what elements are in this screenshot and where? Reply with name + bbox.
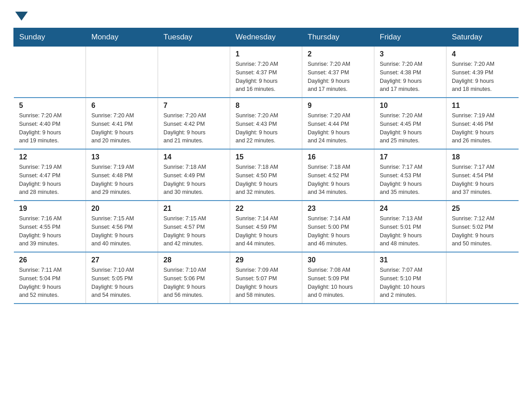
weekday-header: Thursday: [302, 28, 374, 47]
calendar-cell: 4Sunrise: 7:20 AM Sunset: 4:39 PM Daylig…: [446, 47, 519, 98]
calendar-header-row: SundayMondayTuesdayWednesdayThursdayFrid…: [14, 28, 519, 47]
day-info: Sunrise: 7:19 AM Sunset: 4:46 PM Dayligh…: [452, 111, 513, 145]
day-info: Sunrise: 7:18 AM Sunset: 4:52 PM Dayligh…: [308, 163, 369, 197]
day-number: 2: [308, 50, 369, 58]
calendar-cell: 11Sunrise: 7:19 AM Sunset: 4:46 PM Dayli…: [446, 98, 519, 149]
day-info: Sunrise: 7:11 AM Sunset: 5:04 PM Dayligh…: [19, 266, 81, 300]
day-info: Sunrise: 7:14 AM Sunset: 5:00 PM Dayligh…: [308, 214, 369, 248]
day-info: Sunrise: 7:13 AM Sunset: 5:01 PM Dayligh…: [380, 214, 441, 248]
weekday-header: Monday: [86, 28, 158, 47]
calendar-cell: [158, 47, 230, 98]
day-info: Sunrise: 7:16 AM Sunset: 4:55 PM Dayligh…: [19, 214, 81, 248]
day-info: Sunrise: 7:20 AM Sunset: 4:42 PM Dayligh…: [163, 111, 224, 145]
day-number: 6: [91, 102, 152, 110]
calendar-cell: 29Sunrise: 7:09 AM Sunset: 5:07 PM Dayli…: [230, 252, 302, 304]
day-info: Sunrise: 7:17 AM Sunset: 4:54 PM Dayligh…: [452, 163, 513, 197]
day-info: Sunrise: 7:08 AM Sunset: 5:09 PM Dayligh…: [308, 266, 369, 300]
calendar-cell: [86, 47, 158, 98]
calendar-cell: 2Sunrise: 7:20 AM Sunset: 4:37 PM Daylig…: [302, 47, 374, 98]
calendar-cell: 21Sunrise: 7:15 AM Sunset: 4:57 PM Dayli…: [158, 201, 230, 252]
day-info: Sunrise: 7:19 AM Sunset: 4:47 PM Dayligh…: [19, 163, 81, 197]
day-info: Sunrise: 7:20 AM Sunset: 4:37 PM Dayligh…: [308, 60, 369, 94]
calendar-week-row: 5Sunrise: 7:20 AM Sunset: 4:40 PM Daylig…: [14, 98, 519, 149]
day-info: Sunrise: 7:10 AM Sunset: 5:06 PM Dayligh…: [163, 266, 224, 300]
calendar-cell: [14, 47, 86, 98]
logo: [13, 9, 28, 21]
calendar-cell: 27Sunrise: 7:10 AM Sunset: 5:05 PM Dayli…: [86, 252, 158, 304]
day-number: 30: [308, 256, 369, 264]
day-number: 11: [452, 102, 513, 110]
day-info: Sunrise: 7:20 AM Sunset: 4:44 PM Dayligh…: [308, 111, 369, 145]
calendar-cell: 13Sunrise: 7:19 AM Sunset: 4:48 PM Dayli…: [86, 149, 158, 201]
day-info: Sunrise: 7:20 AM Sunset: 4:38 PM Dayligh…: [380, 60, 441, 94]
day-number: 5: [19, 102, 81, 110]
weekday-header: Sunday: [14, 28, 86, 47]
page-header: [13, 9, 519, 21]
weekday-header: Wednesday: [230, 28, 302, 47]
calendar-cell: 30Sunrise: 7:08 AM Sunset: 5:09 PM Dayli…: [302, 252, 374, 304]
day-number: 29: [236, 256, 296, 264]
day-number: 13: [91, 153, 152, 161]
weekday-header: Tuesday: [158, 28, 230, 47]
day-info: Sunrise: 7:17 AM Sunset: 4:53 PM Dayligh…: [380, 163, 441, 197]
calendar-cell: 12Sunrise: 7:19 AM Sunset: 4:47 PM Dayli…: [14, 149, 86, 201]
calendar-cell: 25Sunrise: 7:12 AM Sunset: 5:02 PM Dayli…: [446, 201, 519, 252]
day-info: Sunrise: 7:10 AM Sunset: 5:05 PM Dayligh…: [91, 266, 152, 300]
calendar-cell: 18Sunrise: 7:17 AM Sunset: 4:54 PM Dayli…: [446, 149, 519, 201]
day-number: 7: [163, 102, 224, 110]
day-number: 23: [308, 205, 369, 213]
day-info: Sunrise: 7:18 AM Sunset: 4:49 PM Dayligh…: [163, 163, 224, 197]
day-number: 9: [308, 102, 369, 110]
day-info: Sunrise: 7:07 AM Sunset: 5:10 PM Dayligh…: [380, 266, 441, 300]
day-number: 24: [380, 205, 441, 213]
day-number: 28: [163, 256, 224, 264]
day-info: Sunrise: 7:20 AM Sunset: 4:41 PM Dayligh…: [91, 111, 152, 145]
day-info: Sunrise: 7:20 AM Sunset: 4:40 PM Dayligh…: [19, 111, 81, 145]
calendar-cell: 3Sunrise: 7:20 AM Sunset: 4:38 PM Daylig…: [374, 47, 446, 98]
day-number: 31: [380, 256, 441, 264]
day-number: 8: [236, 102, 296, 110]
calendar-cell: 16Sunrise: 7:18 AM Sunset: 4:52 PM Dayli…: [302, 149, 374, 201]
logo-triangle-icon: [15, 12, 28, 21]
calendar-cell: 15Sunrise: 7:18 AM Sunset: 4:50 PM Dayli…: [230, 149, 302, 201]
day-number: 1: [236, 50, 296, 58]
day-number: 25: [452, 205, 513, 213]
day-info: Sunrise: 7:20 AM Sunset: 4:37 PM Dayligh…: [236, 60, 296, 94]
calendar-cell: 28Sunrise: 7:10 AM Sunset: 5:06 PM Dayli…: [158, 252, 230, 304]
day-info: Sunrise: 7:20 AM Sunset: 4:39 PM Dayligh…: [452, 60, 513, 94]
day-number: 12: [19, 153, 81, 161]
calendar-cell: 14Sunrise: 7:18 AM Sunset: 4:49 PM Dayli…: [158, 149, 230, 201]
calendar-cell: 9Sunrise: 7:20 AM Sunset: 4:44 PM Daylig…: [302, 98, 374, 149]
calendar-week-row: 1Sunrise: 7:20 AM Sunset: 4:37 PM Daylig…: [14, 47, 519, 98]
calendar-cell: 24Sunrise: 7:13 AM Sunset: 5:01 PM Dayli…: [374, 201, 446, 252]
calendar-cell: 7Sunrise: 7:20 AM Sunset: 4:42 PM Daylig…: [158, 98, 230, 149]
weekday-header: Friday: [374, 28, 446, 47]
day-number: 10: [380, 102, 441, 110]
calendar-table: SundayMondayTuesdayWednesdayThursdayFrid…: [13, 28, 519, 304]
calendar-cell: 26Sunrise: 7:11 AM Sunset: 5:04 PM Dayli…: [14, 252, 86, 304]
calendar-cell: 22Sunrise: 7:14 AM Sunset: 4:59 PM Dayli…: [230, 201, 302, 252]
day-number: 22: [236, 205, 296, 213]
day-number: 26: [19, 256, 81, 264]
day-number: 21: [163, 205, 224, 213]
day-number: 20: [91, 205, 152, 213]
calendar-cell: [446, 252, 519, 304]
day-info: Sunrise: 7:20 AM Sunset: 4:45 PM Dayligh…: [380, 111, 441, 145]
day-number: 4: [452, 50, 513, 58]
calendar-cell: 31Sunrise: 7:07 AM Sunset: 5:10 PM Dayli…: [374, 252, 446, 304]
calendar-cell: 23Sunrise: 7:14 AM Sunset: 5:00 PM Dayli…: [302, 201, 374, 252]
day-number: 15: [236, 153, 296, 161]
day-number: 18: [452, 153, 513, 161]
calendar-cell: 5Sunrise: 7:20 AM Sunset: 4:40 PM Daylig…: [14, 98, 86, 149]
day-number: 19: [19, 205, 81, 213]
calendar-cell: 19Sunrise: 7:16 AM Sunset: 4:55 PM Dayli…: [14, 201, 86, 252]
calendar-cell: 10Sunrise: 7:20 AM Sunset: 4:45 PM Dayli…: [374, 98, 446, 149]
day-info: Sunrise: 7:19 AM Sunset: 4:48 PM Dayligh…: [91, 163, 152, 197]
day-info: Sunrise: 7:15 AM Sunset: 4:57 PM Dayligh…: [163, 214, 224, 248]
day-number: 27: [91, 256, 152, 264]
day-number: 14: [163, 153, 224, 161]
day-info: Sunrise: 7:18 AM Sunset: 4:50 PM Dayligh…: [236, 163, 296, 197]
calendar-week-row: 12Sunrise: 7:19 AM Sunset: 4:47 PM Dayli…: [14, 149, 519, 201]
calendar-cell: 1Sunrise: 7:20 AM Sunset: 4:37 PM Daylig…: [230, 47, 302, 98]
day-number: 16: [308, 153, 369, 161]
